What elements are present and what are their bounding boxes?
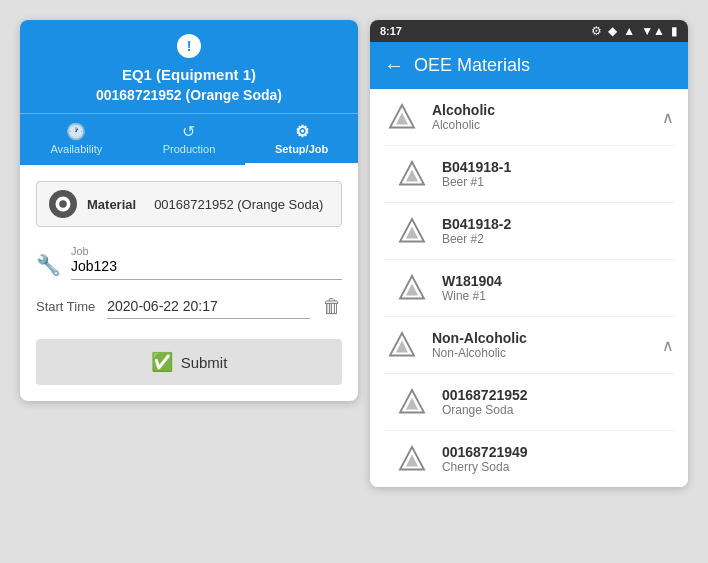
svg-point-1: [59, 200, 67, 208]
submit-button[interactable]: ✅ Submit: [36, 339, 342, 385]
settings-status-icon: ⚙: [591, 24, 602, 38]
equipment-title: EQ1 (Equipment 1): [122, 66, 256, 83]
check-icon: ✅: [151, 351, 173, 373]
tab-availability[interactable]: 🕐 Availability: [20, 114, 133, 165]
cherry-soda-name: 00168721949: [442, 444, 528, 460]
list-item[interactable]: B041918-2 Beer #2: [370, 203, 688, 259]
cherry-soda-sub: Cherry Soda: [442, 460, 528, 474]
orange-soda-icon: [394, 384, 430, 420]
job-label: Job: [71, 245, 342, 257]
alcoholic-group-icon: [384, 99, 420, 135]
setup-job-content: Material 00168721952 (Orange Soda) 🔧 Job…: [20, 165, 358, 401]
start-time-label: Start Time: [36, 299, 95, 314]
warning-icon: !: [177, 34, 201, 58]
group-non-alcoholic[interactable]: Non-Alcoholic Non-Alcoholic ∧: [370, 317, 688, 373]
clock-icon: 🕐: [24, 122, 129, 141]
alcoholic-group-sub: Alcoholic: [432, 118, 495, 132]
delete-icon[interactable]: 🗑: [322, 295, 342, 318]
list-item[interactable]: W181904 Wine #1: [370, 260, 688, 316]
material-label: Material: [87, 197, 136, 212]
back-button[interactable]: ←: [384, 54, 404, 77]
materials-header: ← OEE Materials: [370, 42, 688, 89]
material-row[interactable]: Material 00168721952 (Orange Soda): [36, 181, 342, 227]
job-field[interactable]: Job: [71, 241, 342, 280]
beer1-icon: [394, 156, 430, 192]
panel-title: OEE Materials: [414, 55, 530, 76]
beer2-sub: Beer #2: [442, 232, 511, 246]
equipment-header: ! EQ1 (Equipment 1) 00168721952 (Orange …: [20, 20, 358, 113]
wifi-icon: ▼▲: [641, 24, 665, 38]
non-alcoholic-group-name: Non-Alcoholic: [432, 330, 527, 346]
settings-icon: ⚙: [249, 122, 354, 141]
wine-icon: [394, 270, 430, 306]
status-time: 8:17: [380, 25, 402, 37]
material-badge-icon: [49, 190, 77, 218]
list-item[interactable]: 00168721952 Orange Soda: [370, 374, 688, 430]
list-item[interactable]: B041918-1 Beer #1: [370, 146, 688, 202]
signal-status-icon: ◆: [608, 24, 617, 38]
cherry-soda-icon: [394, 441, 430, 477]
orange-soda-sub: Orange Soda: [442, 403, 528, 417]
non-alcoholic-group-icon: [384, 327, 420, 363]
job-input[interactable]: [71, 258, 342, 274]
job-row: 🔧 Job: [36, 241, 342, 280]
status-icons: ⚙ ◆ ▲ ▼▲ ▮: [591, 24, 678, 38]
beer2-name: B041918-2: [442, 216, 511, 232]
list-item[interactable]: 00168721949 Cherry Soda: [370, 431, 688, 487]
wine-sub: Wine #1: [442, 289, 502, 303]
alert-status-icon: ▲: [623, 24, 635, 38]
equipment-subtitle: 00168721952 (Orange Soda): [96, 87, 282, 103]
non-alcoholic-chevron-icon: ∧: [662, 336, 674, 355]
beer1-sub: Beer #1: [442, 175, 511, 189]
production-icon: ↺: [137, 122, 242, 141]
wine-name: W181904: [442, 273, 502, 289]
orange-soda-name: 00168721952: [442, 387, 528, 403]
tab-setup-job[interactable]: ⚙ Setup/Job: [245, 114, 358, 165]
materials-list: Alcoholic Alcoholic ∧ B041918-1 Beer #1: [370, 89, 688, 487]
start-time-row: Start Time 2020-06-22 20:17 🗑: [36, 294, 342, 319]
non-alcoholic-group-sub: Non-Alcoholic: [432, 346, 527, 360]
wrench-icon: 🔧: [36, 253, 61, 277]
beer2-icon: [394, 213, 430, 249]
battery-icon: ▮: [671, 24, 678, 38]
tab-bar: 🕐 Availability ↺ Production ⚙ Setup/Job: [20, 113, 358, 165]
start-time-value: 2020-06-22 20:17: [107, 294, 310, 319]
alcoholic-chevron-icon: ∧: [662, 108, 674, 127]
group-alcoholic[interactable]: Alcoholic Alcoholic ∧: [370, 89, 688, 145]
beer1-name: B041918-1: [442, 159, 511, 175]
material-value: 00168721952 (Orange Soda): [154, 197, 323, 212]
alcoholic-group-name: Alcoholic: [432, 102, 495, 118]
tab-production[interactable]: ↺ Production: [133, 114, 246, 165]
equipment-panel: ! EQ1 (Equipment 1) 00168721952 (Orange …: [20, 20, 358, 401]
status-bar: 8:17 ⚙ ◆ ▲ ▼▲ ▮: [370, 20, 688, 42]
oee-materials-panel: 8:17 ⚙ ◆ ▲ ▼▲ ▮ ← OEE Materials: [370, 20, 688, 487]
